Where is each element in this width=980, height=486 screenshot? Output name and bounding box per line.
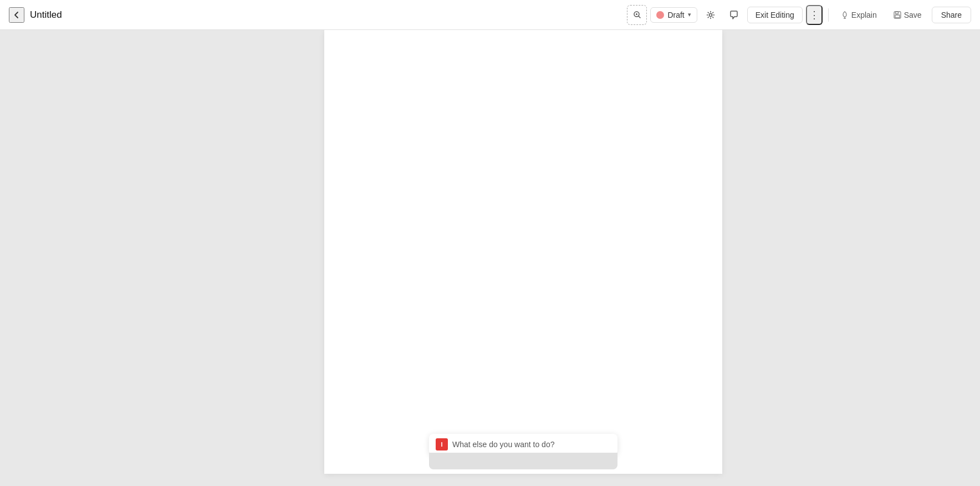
right-sidebar	[808, 30, 980, 486]
doc-page[interactable]	[324, 30, 722, 474]
save-label: Save	[904, 11, 922, 19]
more-icon: ⋮	[809, 9, 819, 21]
draft-label: Draft	[667, 11, 684, 19]
svg-point-1	[636, 13, 637, 15]
input-bar[interactable]: I What else do you want to do?	[429, 434, 617, 455]
draft-color-indicator	[656, 11, 664, 19]
left-sidebar	[0, 30, 238, 486]
search-button[interactable]	[627, 5, 647, 25]
settings-button[interactable]	[701, 5, 721, 25]
back-button[interactable]	[9, 7, 24, 23]
svg-rect-7	[895, 15, 900, 18]
svg-point-2	[709, 13, 712, 16]
explain-label: Explain	[851, 11, 877, 19]
share-label: Share	[941, 11, 962, 19]
more-options-button[interactable]: ⋮	[806, 5, 823, 25]
input-icon-label: I	[441, 441, 442, 448]
header: Untitled Draft ▾	[0, 0, 980, 30]
header-left: Untitled	[9, 7, 490, 23]
input-bar-container: I What else do you want to do?	[429, 434, 617, 469]
share-button[interactable]: Share	[932, 7, 971, 23]
doc-title: Untitled	[30, 9, 62, 21]
header-divider	[828, 8, 829, 22]
input-bar-bottom	[429, 453, 617, 469]
exit-editing-button[interactable]: Exit Editing	[747, 7, 803, 23]
chevron-down-icon: ▾	[688, 11, 691, 18]
explain-button[interactable]: Explain	[834, 7, 884, 23]
draft-dropdown[interactable]: Draft ▾	[650, 7, 697, 23]
input-placeholder-text: What else do you want to do?	[452, 440, 611, 449]
doc-canvas-wrapper: I What else do you want to do?	[238, 30, 808, 486]
header-right: Draft ▾ Exit Editing ⋮	[490, 5, 971, 25]
svg-rect-6	[895, 12, 898, 14]
comment-button[interactable]	[724, 5, 744, 25]
main-content: I What else do you want to do?	[0, 30, 980, 486]
save-button[interactable]: Save	[887, 7, 928, 23]
exit-editing-label: Exit Editing	[756, 11, 794, 19]
input-icon: I	[436, 438, 448, 450]
